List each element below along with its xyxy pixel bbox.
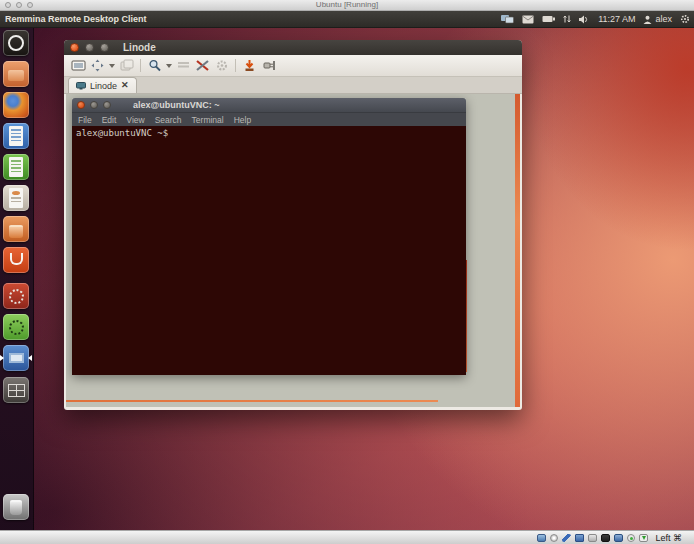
unity-launcher bbox=[0, 28, 34, 531]
host-key-indicator: Left ⌘ bbox=[655, 533, 682, 543]
remmina-maximize-button[interactable] bbox=[100, 43, 109, 52]
mouse-integration-icon[interactable] bbox=[627, 534, 635, 542]
clock-indicator[interactable]: 11:27 AM bbox=[598, 14, 635, 24]
usb-icon[interactable] bbox=[588, 534, 597, 542]
menu-edit[interactable]: Edit bbox=[102, 115, 117, 125]
terminal-window: alex@ubuntuVNC: ~ File Edit View Search … bbox=[72, 98, 466, 375]
terminal-maximize-button[interactable] bbox=[103, 101, 111, 109]
remmina-icon bbox=[3, 345, 29, 371]
panel-app-title[interactable]: Remmina Remote Desktop Client bbox=[5, 11, 147, 27]
running-app-arrow-icon bbox=[28, 355, 32, 361]
dash-home-icon bbox=[3, 30, 29, 56]
launcher-item-workspace-switcher[interactable] bbox=[3, 377, 29, 403]
fit-window-button[interactable] bbox=[88, 57, 107, 74]
connection-tab-label: Linode bbox=[90, 81, 117, 91]
preferences-button[interactable] bbox=[193, 57, 212, 74]
network-indicator-icon[interactable] bbox=[501, 14, 514, 24]
terminal-minimize-button[interactable] bbox=[90, 101, 98, 109]
menu-search[interactable]: Search bbox=[155, 115, 182, 125]
remote-desktop-view[interactable]: alex@ubuntuVNC: ~ File Edit View Search … bbox=[66, 94, 520, 407]
menu-view[interactable]: View bbox=[126, 115, 144, 125]
user-icon bbox=[643, 15, 652, 24]
menu-help[interactable]: Help bbox=[234, 115, 251, 125]
clock-text: 11:27 AM bbox=[598, 14, 635, 24]
vm-window-titlebar: Ubuntu [Running] bbox=[0, 0, 694, 11]
remmina-window: Linode bbox=[64, 40, 522, 410]
remmina-close-button[interactable] bbox=[70, 43, 79, 52]
terminal-close-button[interactable] bbox=[77, 101, 85, 109]
launcher-item-libreoffice-impress[interactable] bbox=[3, 185, 29, 211]
launcher-item-ubuntu-one[interactable] bbox=[3, 247, 29, 273]
software-center-icon bbox=[3, 216, 29, 242]
terminal-body[interactable]: alex@ubuntuVNC ~$ bbox=[72, 126, 466, 375]
scaled-mode-dropdown-arrow-icon[interactable] bbox=[166, 64, 172, 68]
display-icon[interactable] bbox=[614, 534, 623, 542]
desktop-wallpaper: Linode bbox=[0, 28, 694, 531]
mail-indicator-icon[interactable] bbox=[522, 15, 534, 24]
volume-indicator-icon[interactable] bbox=[579, 15, 590, 24]
disconnect-button[interactable] bbox=[259, 57, 278, 74]
toolbar-separator bbox=[235, 59, 236, 72]
connection-tab-icon bbox=[76, 82, 86, 90]
libreoffice-impress-icon bbox=[3, 185, 29, 211]
switch-page-button[interactable] bbox=[117, 57, 136, 74]
trash-icon bbox=[3, 494, 29, 520]
toolbar-separator bbox=[140, 59, 141, 72]
cd-icon[interactable] bbox=[550, 534, 558, 542]
video-capture-icon[interactable] bbox=[562, 534, 571, 542]
session-gear-icon[interactable] bbox=[680, 14, 690, 24]
tab-close-icon[interactable]: ✕ bbox=[121, 81, 129, 90]
menu-file[interactable]: File bbox=[78, 115, 92, 125]
username-text: alex bbox=[655, 14, 672, 24]
launcher-item-software-center[interactable] bbox=[3, 216, 29, 242]
launcher-item-package-manager[interactable] bbox=[3, 314, 29, 340]
launcher-item-firefox[interactable] bbox=[3, 92, 29, 118]
focused-app-arrow-icon bbox=[0, 355, 4, 361]
launcher-item-remmina[interactable] bbox=[3, 345, 29, 371]
terminal-titlebar[interactable]: alex@ubuntuVNC: ~ bbox=[72, 98, 466, 112]
remote-wallpaper-strip-right bbox=[515, 94, 520, 407]
launcher-item-system-settings[interactable] bbox=[3, 283, 29, 309]
libreoffice-writer-icon bbox=[3, 123, 29, 149]
libreoffice-calc-icon bbox=[3, 154, 29, 180]
battery-indicator-icon[interactable] bbox=[542, 15, 555, 23]
system-settings-icon bbox=[3, 283, 29, 309]
firefox-icon bbox=[3, 92, 29, 118]
keyboard-grab-button[interactable] bbox=[174, 57, 193, 74]
sync-indicator-icon[interactable] bbox=[563, 14, 571, 24]
user-menu[interactable]: alex bbox=[643, 14, 672, 24]
remmina-minimize-button[interactable] bbox=[85, 43, 94, 52]
remmina-tabbar: Linode ✕ bbox=[64, 77, 522, 94]
top-panel: Remmina Remote Desktop Client 11:27 AM a… bbox=[0, 11, 694, 28]
minimize-connection-button[interactable] bbox=[240, 57, 259, 74]
remote-wallpaper-strip-bottom bbox=[66, 400, 438, 402]
home-folder-icon bbox=[3, 61, 29, 87]
terminal-prompt: alex@ubuntuVNC ~$ bbox=[76, 128, 168, 138]
menu-terminal[interactable]: Terminal bbox=[192, 115, 224, 125]
launcher-item-home-folder[interactable] bbox=[3, 61, 29, 87]
vm-screen: Ubuntu [Running] Remmina Remote Desktop … bbox=[0, 0, 694, 544]
hdd-icon[interactable] bbox=[537, 534, 546, 542]
remmina-toolbar bbox=[64, 55, 522, 77]
fit-window-dropdown-arrow-icon[interactable] bbox=[109, 64, 115, 68]
launcher-item-libreoffice-writer[interactable] bbox=[3, 123, 29, 149]
launcher-item-libreoffice-calc[interactable] bbox=[3, 154, 29, 180]
connection-tab-linode[interactable]: Linode ✕ bbox=[68, 77, 137, 93]
terminal-menubar: File Edit View Search Terminal Help bbox=[72, 112, 466, 126]
package-manager-icon bbox=[3, 314, 29, 340]
tools-button[interactable] bbox=[212, 57, 231, 74]
launcher-item-dash-home[interactable] bbox=[3, 30, 29, 56]
remmina-window-title: Linode bbox=[123, 42, 156, 53]
scaled-mode-button[interactable] bbox=[145, 57, 164, 74]
network-icon[interactable] bbox=[575, 534, 584, 542]
keyboard-capture-icon[interactable] bbox=[639, 534, 648, 542]
launcher-item-trash[interactable] bbox=[3, 494, 29, 520]
workspace-switcher-icon bbox=[3, 377, 29, 403]
fullscreen-button[interactable] bbox=[69, 57, 88, 74]
vm-statusbar: Left ⌘ bbox=[0, 530, 694, 544]
vm-window-title: Ubuntu [Running] bbox=[0, 0, 694, 10]
terminal-window-title: alex@ubuntuVNC: ~ bbox=[133, 100, 220, 110]
remmina-titlebar[interactable]: Linode bbox=[64, 40, 522, 55]
ubuntu-one-icon bbox=[3, 247, 29, 273]
shared-folders-icon[interactable] bbox=[601, 534, 610, 542]
